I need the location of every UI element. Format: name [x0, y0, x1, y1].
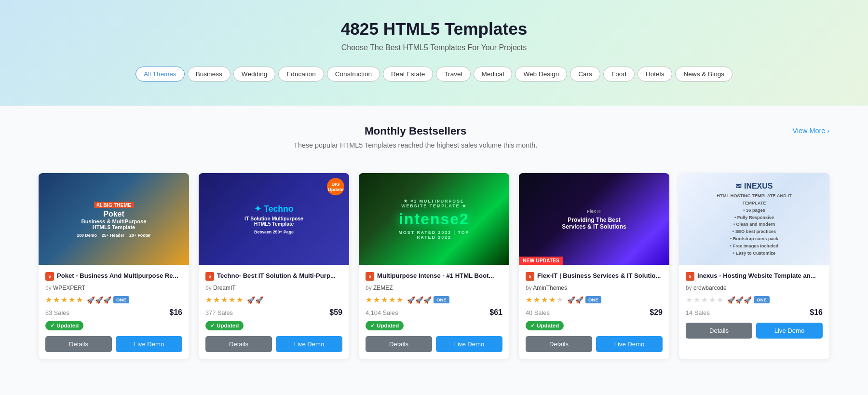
filter-btn-construction[interactable]: Construction — [327, 67, 380, 82]
details-button[interactable]: Details — [366, 336, 432, 352]
badges-row: 🚀🚀ONE — [567, 296, 601, 304]
card-body-3: 5Multipurpose Intense - #1 HTML Boot...b… — [359, 265, 509, 359]
live-demo-button[interactable]: Live Demo — [116, 336, 182, 352]
card-actions: DetailsLive Demo — [526, 336, 663, 352]
sales-price-row: 40 Sales$29 — [526, 308, 663, 317]
card-actions: DetailsLive Demo — [45, 336, 182, 352]
stars: ★★★★★ — [366, 295, 403, 304]
filter-btn-hotels[interactable]: Hotels — [637, 67, 673, 82]
new-updates-badge: NEW UPDATES — [519, 257, 563, 265]
big-update-badge: BIGUpdate — [327, 178, 344, 195]
card-title[interactable]: Inexus - Hosting Website Template an... — [697, 272, 816, 280]
star-icon: ★ — [701, 295, 708, 304]
star-icon: ★ — [693, 295, 700, 304]
section-meta: Monthly Bestsellers These popular HTML5 … — [39, 125, 829, 163]
star-icon: ★ — [53, 295, 60, 304]
filter-btn-business[interactable]: Business — [188, 67, 231, 82]
filter-btn-education[interactable]: Education — [278, 67, 324, 82]
star-icon: ★ — [221, 295, 228, 304]
star-icon: ★ — [549, 295, 556, 304]
html5-icon: 5 — [526, 272, 534, 281]
sales-count: 14 Sales — [686, 309, 710, 316]
card-title-row: 5Poket - Business And Multipurpose Re... — [45, 272, 182, 281]
details-button[interactable]: Details — [205, 336, 272, 352]
rating-row: ★★★★★🚀🚀🚀ONE — [686, 295, 823, 304]
rating-row: ★★★★★🚀🚀 — [205, 295, 342, 304]
star-icon: ★ — [389, 295, 395, 304]
view-more-link[interactable]: View More › — [792, 125, 829, 135]
card-actions: DetailsLive Demo — [366, 336, 502, 352]
star-icon: ★ — [45, 295, 52, 304]
star-icon: ★ — [541, 295, 548, 304]
card-author: by WPEXPERT — [45, 285, 182, 291]
details-button[interactable]: Details — [45, 336, 112, 352]
filter-btn-all-themes[interactable]: All Themes — [136, 67, 185, 82]
star-icon: ★ — [717, 295, 723, 304]
sales-price-row: 4,104 Sales$61 — [366, 308, 502, 317]
filter-btn-travel[interactable]: Travel — [436, 67, 470, 82]
star-icon: ★ — [556, 295, 563, 304]
html5-icon: 5 — [686, 272, 694, 281]
card-4: NEW UPDATESFlex ITProviding The BestServ… — [519, 173, 669, 359]
star-icon: ★ — [76, 295, 83, 304]
star-icon: ★ — [533, 295, 540, 304]
filter-btn-web-design[interactable]: Web Design — [515, 67, 567, 82]
rocket-badges: 🚀🚀🚀 — [407, 296, 432, 304]
updated-badge: ✓ Updated — [366, 321, 404, 330]
main-content: Monthly Bestsellers These popular HTML5 … — [24, 106, 844, 378]
filter-btn-news-and-blogs[interactable]: News & Blogs — [675, 67, 732, 82]
html5-icon: 5 — [366, 272, 374, 281]
star-icon: ★ — [373, 295, 380, 304]
star-icon: ★ — [236, 295, 243, 304]
live-demo-button[interactable]: Live Demo — [276, 336, 342, 352]
card-actions: DetailsLive Demo — [205, 336, 342, 352]
card-title[interactable]: Multipurpose Intense - #1 HTML Boot... — [377, 272, 494, 280]
stars: ★★★★★ — [45, 295, 83, 304]
stars: ★★★★★ — [205, 295, 243, 304]
card-thumbnail-1: #1 BIG THEMEPoketBusiness & MultiPurpose… — [39, 173, 189, 265]
filter-btn-cars[interactable]: Cars — [570, 67, 600, 82]
html5-icon: 5 — [205, 272, 214, 281]
card-title[interactable]: Poket - Business And Multipurpose Re... — [57, 272, 178, 280]
card-actions: DetailsLive Demo — [686, 323, 823, 339]
price: $16 — [810, 308, 823, 317]
thumb-label: ≋ INEXUSHTML HOSTING TEMPLATE AND IT TEM… — [717, 181, 792, 257]
card-thumbnail-4: NEW UPDATESFlex ITProviding The BestServ… — [519, 173, 669, 265]
star-icon: ★ — [205, 295, 212, 304]
card-title-row: 5Flex-IT | Business Services & IT Soluti… — [526, 272, 663, 281]
star-icon: ★ — [526, 295, 532, 304]
star-icon: ★ — [229, 295, 235, 304]
filter-btn-real-estate[interactable]: Real Estate — [383, 67, 433, 82]
filter-btn-wedding[interactable]: Wedding — [233, 67, 275, 82]
star-icon: ★ — [213, 295, 220, 304]
live-demo-button[interactable]: Live Demo — [596, 336, 663, 352]
live-demo-button[interactable]: Live Demo — [756, 323, 823, 339]
thumb-label: #1 BIG THEMEPoketBusiness & MultiPurpose… — [77, 201, 151, 238]
card-author: by ZEMEZ — [366, 285, 502, 291]
badges-row: 🚀🚀🚀ONE — [727, 296, 770, 304]
filter-bar: All ThemesBusinessWeddingEducationConstr… — [10, 67, 858, 82]
star-icon: ★ — [381, 295, 388, 304]
one-badge: ONE — [585, 296, 601, 303]
price: $59 — [329, 308, 342, 317]
badges-row: 🚀🚀🚀ONE — [87, 296, 129, 304]
price: $61 — [489, 308, 502, 317]
updated-badge: ✓ Updated — [526, 321, 564, 330]
star-icon: ★ — [396, 295, 403, 304]
live-demo-button[interactable]: Live Demo — [436, 336, 502, 352]
details-button[interactable]: Details — [686, 323, 752, 339]
filter-btn-medical[interactable]: Medical — [474, 67, 513, 82]
card-author: by DreamIT — [205, 285, 342, 291]
card-title[interactable]: Techno- Best IT Solution & Multi-Purp... — [217, 272, 336, 280]
sales-price-row: 14 Sales$16 — [686, 308, 823, 317]
section-title: Monthly Bestsellers — [39, 125, 792, 137]
card-1: #1 BIG THEMEPoketBusiness & MultiPurpose… — [39, 173, 189, 359]
card-title[interactable]: Flex-IT | Business Services & IT Solutio… — [537, 272, 661, 280]
details-button[interactable]: Details — [526, 336, 592, 352]
stars: ★★★★★ — [686, 295, 723, 304]
rocket-badges: 🚀🚀🚀 — [727, 296, 752, 304]
filter-btn-food[interactable]: Food — [603, 67, 635, 82]
one-badge: ONE — [754, 296, 770, 303]
rating-row: ★★★★★🚀🚀🚀ONE — [45, 295, 182, 304]
page-title: 4825 HTML5 Templates — [10, 19, 858, 39]
